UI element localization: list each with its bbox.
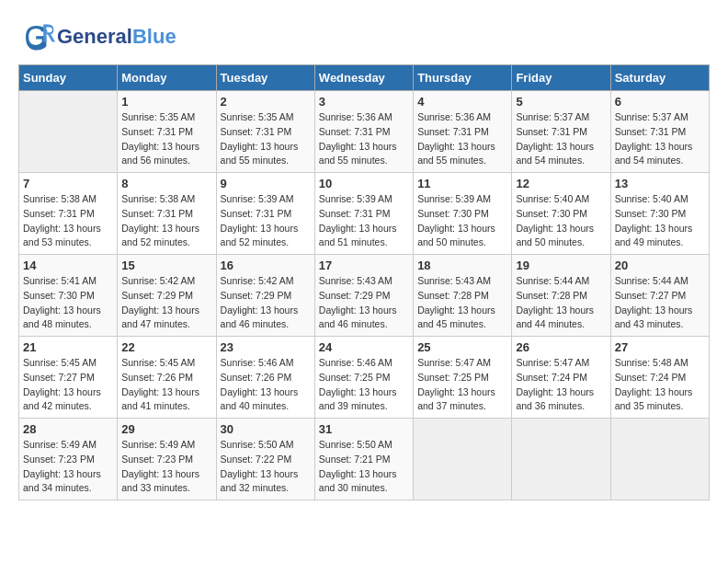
table-cell: 7Sunrise: 5:38 AMSunset: 7:31 PMDaylight… xyxy=(19,173,118,255)
cell-info: Sunrise: 5:44 AMSunset: 7:27 PMDaylight:… xyxy=(615,274,705,332)
header-monday: Monday xyxy=(118,65,216,91)
cell-info: Sunrise: 5:48 AMSunset: 7:24 PMDaylight:… xyxy=(615,356,705,414)
table-cell: 9Sunrise: 5:39 AMSunset: 7:31 PMDaylight… xyxy=(216,173,314,255)
table-cell: 22Sunrise: 5:45 AMSunset: 7:26 PMDayligh… xyxy=(118,337,216,419)
week-row-1: 1Sunrise: 5:35 AMSunset: 7:31 PMDaylight… xyxy=(19,91,710,173)
table-cell: 27Sunrise: 5:48 AMSunset: 7:24 PMDayligh… xyxy=(610,337,709,419)
cell-info: Sunrise: 5:37 AMSunset: 7:31 PMDaylight:… xyxy=(615,110,705,168)
day-number: 12 xyxy=(516,177,606,190)
cell-info: Sunrise: 5:41 AMSunset: 7:30 PMDaylight:… xyxy=(23,274,113,332)
cell-info: Sunrise: 5:43 AMSunset: 7:29 PMDaylight:… xyxy=(319,274,409,332)
table-cell: 25Sunrise: 5:47 AMSunset: 7:25 PMDayligh… xyxy=(414,337,512,419)
cell-info: Sunrise: 5:42 AMSunset: 7:29 PMDaylight:… xyxy=(221,274,311,332)
cell-info: Sunrise: 5:43 AMSunset: 7:28 PMDaylight:… xyxy=(417,274,507,332)
cell-info: Sunrise: 5:40 AMSunset: 7:30 PMDaylight:… xyxy=(615,192,705,250)
cell-info: Sunrise: 5:39 AMSunset: 7:30 PMDaylight:… xyxy=(417,192,507,250)
table-cell: 4Sunrise: 5:36 AMSunset: 7:31 PMDaylight… xyxy=(414,91,512,173)
table-cell: 8Sunrise: 5:38 AMSunset: 7:31 PMDaylight… xyxy=(118,173,216,255)
cell-info: Sunrise: 5:36 AMSunset: 7:31 PMDaylight:… xyxy=(319,110,409,168)
cell-info: Sunrise: 5:39 AMSunset: 7:31 PMDaylight:… xyxy=(221,192,311,250)
table-cell: 24Sunrise: 5:46 AMSunset: 7:25 PMDayligh… xyxy=(314,337,413,419)
day-number: 27 xyxy=(615,340,705,354)
table-cell: 12Sunrise: 5:40 AMSunset: 7:30 PMDayligh… xyxy=(512,173,610,255)
cell-info: Sunrise: 5:35 AMSunset: 7:31 PMDaylight:… xyxy=(221,110,311,168)
day-number: 9 xyxy=(221,177,311,190)
table-cell: 16Sunrise: 5:42 AMSunset: 7:29 PMDayligh… xyxy=(216,255,314,337)
table-cell xyxy=(19,91,118,173)
day-number: 13 xyxy=(615,177,705,190)
header-thursday: Thursday xyxy=(414,65,512,91)
table-cell: 31Sunrise: 5:50 AMSunset: 7:21 PMDayligh… xyxy=(314,419,413,500)
cell-info: Sunrise: 5:45 AMSunset: 7:27 PMDaylight:… xyxy=(23,356,113,414)
header-wednesday: Wednesday xyxy=(314,65,413,91)
logo-general: General xyxy=(57,25,132,48)
table-cell: 19Sunrise: 5:44 AMSunset: 7:28 PMDayligh… xyxy=(512,255,610,337)
table-cell: 13Sunrise: 5:40 AMSunset: 7:30 PMDayligh… xyxy=(610,173,709,255)
day-number: 4 xyxy=(417,95,507,109)
logo: GeneralBlue xyxy=(18,18,176,55)
table-cell: 10Sunrise: 5:39 AMSunset: 7:31 PMDayligh… xyxy=(314,173,413,255)
day-number: 15 xyxy=(121,259,211,272)
week-row-3: 14Sunrise: 5:41 AMSunset: 7:30 PMDayligh… xyxy=(19,255,710,337)
day-number: 8 xyxy=(121,177,211,190)
cell-info: Sunrise: 5:39 AMSunset: 7:31 PMDaylight:… xyxy=(319,192,409,250)
table-cell: 30Sunrise: 5:50 AMSunset: 7:22 PMDayligh… xyxy=(216,419,314,500)
table-cell: 3Sunrise: 5:36 AMSunset: 7:31 PMDaylight… xyxy=(314,91,413,173)
cell-info: Sunrise: 5:40 AMSunset: 7:30 PMDaylight:… xyxy=(516,192,606,250)
table-cell: 14Sunrise: 5:41 AMSunset: 7:30 PMDayligh… xyxy=(19,255,118,337)
day-number: 22 xyxy=(121,340,211,354)
table-cell: 6Sunrise: 5:37 AMSunset: 7:31 PMDaylight… xyxy=(610,91,709,173)
week-row-5: 28Sunrise: 5:49 AMSunset: 7:23 PMDayligh… xyxy=(19,419,710,500)
day-number: 21 xyxy=(23,340,113,354)
cell-info: Sunrise: 5:45 AMSunset: 7:26 PMDaylight:… xyxy=(121,356,211,414)
cell-info: Sunrise: 5:49 AMSunset: 7:23 PMDaylight:… xyxy=(23,438,113,496)
day-number: 24 xyxy=(319,340,409,354)
logo-icon xyxy=(18,18,55,55)
table-cell: 20Sunrise: 5:44 AMSunset: 7:27 PMDayligh… xyxy=(610,255,709,337)
header-friday: Friday xyxy=(512,65,610,91)
day-number: 30 xyxy=(221,422,311,436)
cell-info: Sunrise: 5:46 AMSunset: 7:25 PMDaylight:… xyxy=(319,356,409,414)
day-number: 31 xyxy=(319,422,409,436)
cell-info: Sunrise: 5:50 AMSunset: 7:21 PMDaylight:… xyxy=(319,438,409,496)
table-cell: 26Sunrise: 5:47 AMSunset: 7:24 PMDayligh… xyxy=(512,337,610,419)
day-number: 23 xyxy=(221,340,311,354)
table-cell: 11Sunrise: 5:39 AMSunset: 7:30 PMDayligh… xyxy=(414,173,512,255)
day-number: 18 xyxy=(417,259,507,272)
cell-info: Sunrise: 5:46 AMSunset: 7:26 PMDaylight:… xyxy=(221,356,311,414)
calendar-table: SundayMondayTuesdayWednesdayThursdayFrid… xyxy=(18,64,710,500)
day-number: 7 xyxy=(23,177,113,190)
day-number: 10 xyxy=(319,177,409,190)
header-row: SundayMondayTuesdayWednesdayThursdayFrid… xyxy=(19,65,710,91)
day-number: 25 xyxy=(417,340,507,354)
cell-info: Sunrise: 5:36 AMSunset: 7:31 PMDaylight:… xyxy=(417,110,507,168)
day-number: 3 xyxy=(319,95,409,109)
day-number: 6 xyxy=(615,95,705,109)
cell-info: Sunrise: 5:50 AMSunset: 7:22 PMDaylight:… xyxy=(221,438,311,496)
cell-info: Sunrise: 5:42 AMSunset: 7:29 PMDaylight:… xyxy=(121,274,211,332)
table-cell: 17Sunrise: 5:43 AMSunset: 7:29 PMDayligh… xyxy=(314,255,413,337)
week-row-4: 21Sunrise: 5:45 AMSunset: 7:27 PMDayligh… xyxy=(19,337,710,419)
day-number: 28 xyxy=(23,422,113,436)
page-header: GeneralBlue xyxy=(18,18,710,55)
cell-info: Sunrise: 5:38 AMSunset: 7:31 PMDaylight:… xyxy=(121,192,211,250)
table-cell: 5Sunrise: 5:37 AMSunset: 7:31 PMDaylight… xyxy=(512,91,610,173)
table-cell xyxy=(414,419,512,500)
table-cell: 15Sunrise: 5:42 AMSunset: 7:29 PMDayligh… xyxy=(118,255,216,337)
day-number: 5 xyxy=(516,95,606,109)
table-cell: 18Sunrise: 5:43 AMSunset: 7:28 PMDayligh… xyxy=(414,255,512,337)
cell-info: Sunrise: 5:38 AMSunset: 7:31 PMDaylight:… xyxy=(23,192,113,250)
cell-info: Sunrise: 5:49 AMSunset: 7:23 PMDaylight:… xyxy=(121,438,211,496)
cell-info: Sunrise: 5:47 AMSunset: 7:25 PMDaylight:… xyxy=(417,356,507,414)
table-cell: 21Sunrise: 5:45 AMSunset: 7:27 PMDayligh… xyxy=(19,337,118,419)
table-cell: 2Sunrise: 5:35 AMSunset: 7:31 PMDaylight… xyxy=(216,91,314,173)
table-cell: 28Sunrise: 5:49 AMSunset: 7:23 PMDayligh… xyxy=(19,419,118,500)
cell-info: Sunrise: 5:35 AMSunset: 7:31 PMDaylight:… xyxy=(121,110,211,168)
day-number: 19 xyxy=(516,259,606,272)
day-number: 1 xyxy=(121,95,211,109)
table-cell xyxy=(512,419,610,500)
day-number: 26 xyxy=(516,340,606,354)
header-tuesday: Tuesday xyxy=(216,65,314,91)
day-number: 17 xyxy=(319,259,409,272)
day-number: 11 xyxy=(417,177,507,190)
